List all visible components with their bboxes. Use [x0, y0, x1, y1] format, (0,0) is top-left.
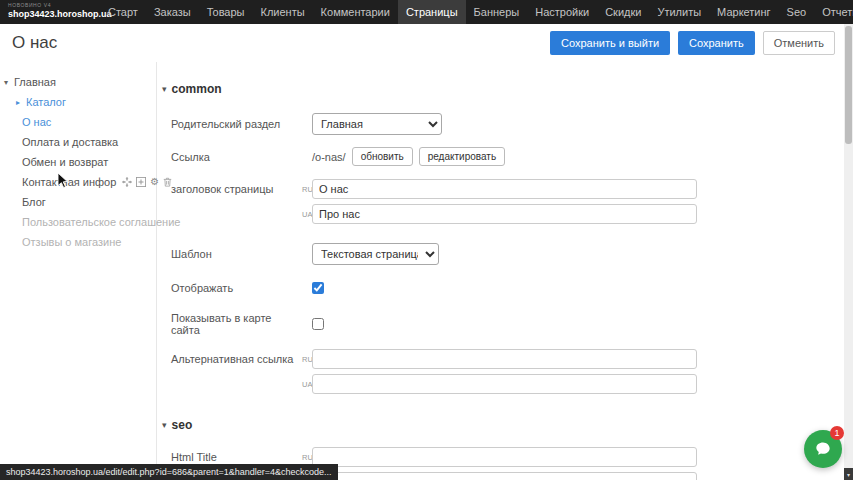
save-button[interactable]: Сохранить	[678, 31, 755, 55]
html-title-ru-line: RU	[302, 447, 697, 467]
chat-widget-button[interactable]: 1	[804, 430, 842, 468]
parent-section-select[interactable]: Главная	[312, 113, 442, 135]
sidebar-item-label: Блог	[22, 196, 46, 208]
nav-start[interactable]: Старт	[100, 0, 146, 24]
lang-ua-label: UA	[302, 380, 312, 389]
sitemap-checkbox[interactable]	[312, 318, 324, 330]
caret-right-icon: ▸	[16, 98, 26, 107]
sidebar-item-about-us[interactable]: О нас	[0, 112, 156, 132]
caret-down-icon: ▾	[162, 84, 167, 94]
sidebar-item-label: О нас	[22, 116, 51, 128]
alt-link-ru-line: RU	[302, 349, 697, 369]
nav-utilities[interactable]: Утилиты	[649, 0, 709, 24]
nav-clients[interactable]: Клиенты	[253, 0, 313, 24]
page-title-ua-input[interactable]	[312, 204, 697, 224]
display-label: Отображать	[171, 282, 302, 294]
nav-marketing[interactable]: Маркетинг	[709, 0, 778, 24]
nav-settings[interactable]: Настройки	[527, 0, 597, 24]
link-value: /o-nas/	[312, 151, 346, 163]
link-edit-button[interactable]: редактировать	[419, 147, 505, 166]
nav-seo[interactable]: Seo	[779, 0, 815, 24]
sidebar-item-label: Оплата и доставка	[22, 136, 118, 148]
section-common-label: common	[172, 82, 222, 96]
sitemap-row: Показывать в карте сайта	[157, 312, 853, 336]
html-title-ru-input[interactable]	[312, 447, 697, 467]
app-window: НОВОВИНО V4 shop34423.horoshop.ua Старт …	[0, 0, 853, 480]
display-checkbox[interactable]	[312, 282, 324, 294]
sidebar-item-label: Каталог	[26, 96, 66, 108]
lang-ua-label: UA	[302, 210, 312, 219]
parent-section-row: Родительский раздел Главная	[157, 113, 853, 135]
alt-link-ua-input[interactable]	[312, 374, 697, 394]
sidebar-item-payment-delivery[interactable]: Оплата и доставка	[0, 132, 156, 152]
chat-unread-badge: 1	[830, 426, 844, 440]
sidebar-item-label: Контактная инфор	[22, 176, 116, 188]
page-title-group: RU UA	[302, 179, 697, 224]
lang-ru-label: RU	[302, 453, 312, 462]
sidebar-item-catalog[interactable]: ▸ Каталог	[0, 92, 156, 112]
cancel-button[interactable]: Отменить	[763, 31, 835, 55]
section-seo-label: seo	[172, 418, 193, 432]
caret-down-icon: ▾	[4, 78, 14, 87]
template-row: Шаблон Текстовая страница	[157, 243, 853, 265]
display-row: Отображать	[157, 282, 853, 294]
sidebar-item-store-reviews[interactable]: Отзывы о магазине	[0, 232, 156, 252]
caret-down-icon: ▾	[162, 420, 167, 430]
page-title-row: заголовок страницы RU UA	[157, 179, 853, 224]
alt-link-row: Альтернативная ссылка RU UA	[157, 349, 853, 394]
alt-link-ua-line: UA	[302, 374, 697, 394]
logo-domain: shop34423.horoshop.ua	[8, 10, 90, 19]
html-title-ua-input[interactable]	[312, 472, 697, 480]
page-title-ua-line: UA	[302, 204, 697, 224]
sitemap-label: Показывать в карте сайта	[171, 312, 302, 336]
sidebar-item-user-agreement[interactable]: Пользовательское соглашение	[0, 212, 156, 232]
nav-pages[interactable]: Страницы	[398, 0, 466, 24]
caret-down-icon: ▾	[847, 471, 850, 478]
alt-link-ru-input[interactable]	[312, 349, 697, 369]
scrollbar-thumb[interactable]	[845, 26, 852, 144]
vertical-scrollbar[interactable]	[844, 24, 853, 480]
sidebar-item-contact-info[interactable]: Контактная инфор ⚙	[0, 172, 156, 192]
status-url-tooltip: shop34423.horoshop.ua/edit/edit.php?id=6…	[0, 464, 338, 480]
sidebar-item-label: Главная	[14, 76, 56, 88]
page-title-label: заголовок страницы	[171, 179, 302, 195]
section-common[interactable]: ▾ common	[162, 82, 853, 96]
alt-link-label: Альтернативная ссылка	[171, 349, 302, 365]
header-actions: Сохранить и выйти Сохранить Отменить	[550, 31, 835, 55]
topbar: НОВОВИНО V4 shop34423.horoshop.ua Старт …	[0, 0, 853, 24]
page-title-ru-input[interactable]	[312, 179, 697, 199]
template-label: Шаблон	[171, 248, 302, 260]
page-title: О нас	[12, 33, 57, 53]
logo[interactable]: НОВОВИНО V4 shop34423.horoshop.ua	[0, 0, 100, 24]
link-refresh-button[interactable]: обновить	[352, 147, 413, 166]
alt-link-group: RU UA	[302, 349, 697, 394]
sidebar-item-blog[interactable]: Блог	[0, 192, 156, 212]
page-title-ru-line: RU	[302, 179, 697, 199]
page-header: О нас Сохранить и выйти Сохранить Отмени…	[0, 24, 853, 62]
scrollbar-corner: ▾	[844, 468, 853, 480]
add-icon[interactable]	[136, 177, 146, 187]
nav-discounts[interactable]: Скидки	[597, 0, 649, 24]
sidebar-item-exchange-return[interactable]: Обмен и возврат	[0, 152, 156, 172]
link-label: Ссылка	[171, 151, 302, 163]
main-nav: Старт Заказы Товары Клиенты Комментарии …	[100, 0, 853, 24]
lang-ru-label: RU	[302, 355, 312, 364]
move-icon[interactable]	[122, 177, 132, 187]
parent-section-label: Родительский раздел	[171, 118, 302, 130]
nav-orders[interactable]: Заказы	[146, 0, 199, 24]
nav-banners[interactable]: Баннеры	[466, 0, 528, 24]
sidebar-item-label: Обмен и возврат	[22, 156, 108, 168]
template-select[interactable]: Текстовая страница	[312, 243, 439, 265]
html-title-ua-line: UA	[302, 472, 697, 480]
sidebar-item-home[interactable]: ▾ Главная	[0, 72, 156, 92]
section-seo[interactable]: ▾ seo	[162, 418, 853, 432]
chat-icon	[813, 439, 833, 459]
main-area: ▾ Главная ▸ Каталог О нас Оплата и доста…	[0, 62, 853, 480]
save-and-exit-button[interactable]: Сохранить и выйти	[550, 31, 670, 55]
html-title-label: Html Title	[171, 451, 302, 463]
nav-comments[interactable]: Комментарии	[313, 0, 398, 24]
nav-products[interactable]: Товары	[199, 0, 253, 24]
pages-tree-sidebar: ▾ Главная ▸ Каталог О нас Оплата и доста…	[0, 62, 157, 480]
nav-reports[interactable]: Отчеты	[814, 0, 853, 24]
html-title-group: RU UA	[302, 447, 697, 480]
